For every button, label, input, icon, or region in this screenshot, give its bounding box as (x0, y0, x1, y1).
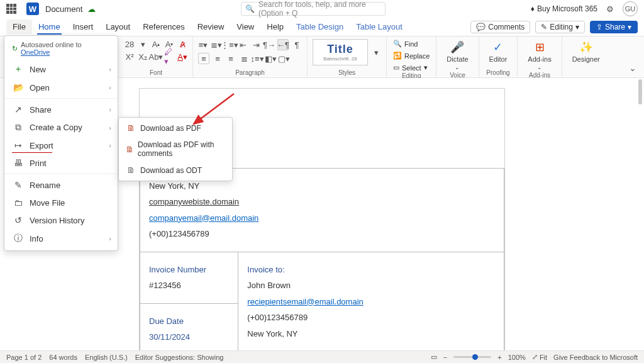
shading-button[interactable]: ◧▾ (265, 53, 275, 64)
numbering-button[interactable]: ≣▾ (211, 40, 221, 50)
multilevel-list-button[interactable]: ⋮≡▾ (225, 40, 235, 50)
ribbon-collapse-button[interactable]: ⌄ (625, 60, 644, 75)
editor-suggestions-status[interactable]: Editor Suggestions: Showing (135, 354, 224, 361)
zoom-level[interactable]: 100% (508, 354, 526, 361)
cloud-sync-icon: ↻ (12, 45, 18, 53)
select-icon: ▭ (393, 64, 399, 72)
justify-button[interactable]: ≣ (239, 53, 249, 64)
invoice-number-label: Invoice Number (149, 264, 229, 276)
decrease-indent-button[interactable]: ⇤ (238, 40, 248, 50)
tab-help[interactable]: Help (260, 20, 290, 34)
tab-file[interactable]: File (6, 20, 32, 34)
editor-button[interactable]: ✓Editor (484, 39, 513, 64)
reading-view-button[interactable]: ▭ (431, 353, 437, 361)
chevron-right-icon: › (109, 142, 111, 149)
tab-insert[interactable]: Insert (67, 20, 100, 34)
show-marks-button[interactable]: ¶ (292, 40, 302, 50)
clear-formatting-button[interactable]: A̷ (177, 39, 187, 49)
tab-table-layout[interactable]: Table Layout (350, 20, 409, 34)
file-move-button[interactable]: 🗀Move File (4, 194, 118, 211)
onedrive-link[interactable]: OneDrive (21, 48, 50, 56)
settings-gear-icon[interactable]: ⚙ (606, 4, 614, 14)
ltr-button[interactable]: ¶→ (264, 40, 274, 50)
select-button[interactable]: ▭Select▾ (392, 63, 431, 72)
editing-mode-button[interactable]: ✎Editing▾ (535, 21, 585, 33)
move-folder-icon: 🗀 (12, 198, 25, 208)
zoom-out-button[interactable]: − (443, 354, 447, 361)
rtl-button[interactable]: ←¶ (277, 39, 289, 50)
file-open-button[interactable]: 📂Open› (4, 79, 118, 96)
page-status[interactable]: Page 1 of 2 (6, 354, 42, 361)
tab-references[interactable]: References (136, 20, 191, 34)
styles-more-button[interactable]: ▾ (371, 47, 381, 57)
export-odt-button[interactable]: 🗎Download as ODT (119, 162, 232, 179)
addins-button[interactable]: ⊞Add-ins⌄ (523, 39, 556, 72)
plus-icon: ＋ (12, 64, 25, 75)
style-title-button[interactable]: Title Bahnschrift. 28 (313, 39, 368, 65)
file-version-history-button[interactable]: ↺Version History (4, 211, 118, 229)
app-launcher-icon[interactable] (6, 4, 16, 14)
word-count[interactable]: 64 words (49, 354, 77, 361)
file-rename-button[interactable]: ✎Rename (4, 176, 118, 194)
language-status[interactable]: English (U.S.) (85, 354, 128, 361)
align-center-button[interactable]: ≡ (213, 53, 223, 64)
comments-button[interactable]: 💬Comments (470, 21, 530, 33)
font-color-button[interactable]: A▾ (177, 52, 187, 62)
editor-icon: ✓ (493, 40, 502, 54)
file-info-button[interactable]: ⓘInfo› (4, 229, 118, 248)
superscript-button[interactable]: X² (125, 52, 135, 62)
export-pdf-button[interactable]: 🗎Download as PDF (119, 120, 232, 137)
share-button[interactable]: ⇪Share▾ (590, 21, 638, 33)
grow-font-button[interactable]: A▴ (151, 39, 161, 49)
avatar[interactable]: GU (623, 1, 638, 16)
ribbon-group-label: Proofing (484, 69, 513, 77)
borders-button[interactable]: ▢▾ (279, 53, 289, 64)
autosave-status: ↻ Autosaved online to OneDrive (4, 38, 118, 60)
ribbon-group-label: Font (125, 69, 187, 77)
buy-microsoft-365-link[interactable]: ♦Buy Microsoft 365 (531, 4, 597, 13)
increase-indent-button[interactable]: ⇥ (251, 40, 261, 50)
dictate-button[interactable]: 🎤Dictate⌄ (441, 39, 473, 72)
subscript-button[interactable]: X₂ (138, 52, 148, 62)
tab-view[interactable]: View (230, 20, 260, 34)
invoice-number: #123456 (149, 279, 229, 292)
zoom-slider[interactable] (453, 356, 491, 358)
find-button[interactable]: 🔍Find (392, 39, 431, 48)
odt-icon: 🗎 (125, 165, 136, 175)
font-size-dropdown[interactable]: 28 (125, 39, 135, 49)
tab-review[interactable]: Review (191, 20, 231, 34)
chevron-down-icon[interactable]: ▾ (138, 39, 148, 49)
align-right-button[interactable]: ≡ (226, 53, 236, 64)
file-new-button[interactable]: ＋New› (4, 60, 118, 79)
bullets-button[interactable]: ≡▾ (198, 40, 208, 50)
recipient-email-link[interactable]: reciepientsemail@email.domain (247, 297, 363, 306)
replace-button[interactable]: 🔁Replace (392, 51, 431, 60)
tab-table-design[interactable]: Table Design (290, 20, 350, 34)
company-website: companywebiste.domain (149, 197, 239, 206)
company-email-link[interactable]: companyemail@email.domain (149, 213, 258, 223)
search-icon: 🔍 (245, 4, 255, 13)
fit-button[interactable]: ⤢Fit (532, 353, 547, 361)
designer-icon: ✨ (579, 40, 593, 54)
feedback-link[interactable]: Give Feedback to Microsoft (553, 354, 638, 361)
document-title[interactable]: Document (45, 4, 82, 14)
folder-icon: 📂 (12, 82, 25, 92)
tab-home[interactable]: Home (32, 20, 67, 34)
line-spacing-button[interactable]: ↕≡▾ (252, 53, 262, 64)
file-export-button[interactable]: ↦Export› (4, 137, 118, 154)
file-print-button[interactable]: 🖶Print (4, 154, 118, 172)
ribbon-group-label: Paragraph (198, 69, 302, 77)
text-effects-button[interactable]: Ab▾ (151, 52, 161, 62)
export-pdf-comments-button[interactable]: 🗎Download as PDF with comments (119, 137, 232, 162)
tab-layout[interactable]: Layout (99, 20, 136, 34)
search-input[interactable]: 🔍 Search for tools, help, and more (Opti… (241, 2, 386, 16)
designer-button[interactable]: ✨Designer (567, 39, 605, 64)
highlight-button[interactable]: 🖊▾ (164, 52, 174, 62)
file-create-copy-button[interactable]: ⧉Create a Copy› (4, 118, 118, 137)
addins-icon: ⊞ (535, 40, 545, 54)
align-left-button[interactable]: ≡ (198, 53, 209, 64)
file-share-button[interactable]: ↗Share› (4, 101, 118, 118)
zoom-in-button[interactable]: + (497, 354, 501, 361)
vertical-scrollbar[interactable] (636, 78, 643, 350)
ribbon-addins-group: ⊞Add-ins⌄ Add-ins (518, 36, 562, 77)
